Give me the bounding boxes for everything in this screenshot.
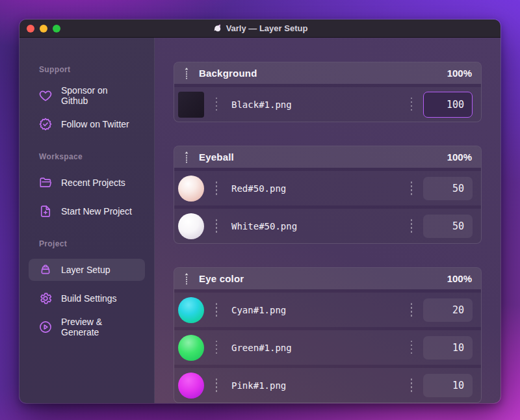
dashed-separator-icon [216,181,217,196]
window-body: SupportSponsor on GithubFollow on Twitte… [20,38,500,403]
layer-file-name: Black#1.png [231,99,292,110]
sidebar-item-label: Build Settings [61,293,117,304]
dashed-separator-icon [411,341,412,355]
close-button[interactable] [27,25,34,33]
dashed-separator-icon [216,303,217,317]
sidebar-item-label: Sponsor on Github [61,85,135,106]
layer-file-name: Cyan#1.png [231,305,286,315]
play-circle-icon [38,320,53,334]
layer-group: Eye color100%Cyan#1.pngGreen#1.pngPink#1… [174,267,482,403]
sidebar-item-label: Layer Setup [61,265,110,275]
titlebar[interactable]: Varly — Layer Setup [20,20,500,38]
sidebar-item-build-settings[interactable]: Build Settings [29,287,145,309]
sidebar-item-label: Recent Projects [61,177,125,188]
pink-ball-thumb [178,373,204,399]
dashed-separator-icon [216,219,217,233]
white-pearl-thumb [178,213,204,239]
sidebar-section-label: Project [39,239,154,248]
sidebar-item-layer-setup[interactable]: Layer Setup [29,259,145,281]
sidebar-section: ProjectLayer SetupBuild SettingsPreview … [20,239,154,338]
toolbox-icon [38,263,53,277]
layer-group: Eyeball100%Red#50.pngWhite#50.png [174,146,482,244]
layer-weight-input[interactable] [423,336,473,360]
sidebar-section: WorkspaceRecent ProjectsStart New Projec… [20,152,154,222]
layer-row: White#50.png [174,209,481,243]
unicorn-icon [213,23,222,33]
sidebar-item-recent-projects[interactable]: Recent Projects [29,172,145,194]
window-title-text: Varly — Layer Setup [226,23,308,33]
dashed-separator-icon [216,341,217,355]
window-title: Varly — Layer Setup [20,20,500,37]
layer-group-header: Background100% [174,62,481,84]
layer-weight-input[interactable] [423,374,473,397]
drag-handle-icon[interactable] [183,150,190,164]
layer-group-name: Eyeball [199,151,234,163]
dashed-separator-icon [411,181,412,196]
sidebar-item-label: Start New Project [61,206,132,217]
sidebar-section: SupportSponsor on GithubFollow on Twitte… [20,65,154,135]
layer-list: Background100%Black#1.pngEyeball100%Red#… [155,38,500,403]
layer-weight-input[interactable] [423,298,473,322]
layer-file-name: Red#50.png [231,183,286,194]
layer-file-name: Green#1.png [231,343,292,353]
dashed-separator-icon [411,303,412,317]
app-window: Varly — Layer Setup SupportSponsor on Gi… [20,20,500,403]
layer-group-header: Eye color100% [174,268,481,289]
gear-icon [38,291,53,306]
layer-row: Cyan#1.png [174,293,481,327]
layer-group-header: Eyeball100% [174,146,481,168]
layer-group-name: Eye color [199,273,244,284]
dashed-separator-icon [216,98,217,112]
minimize-button[interactable] [40,25,47,33]
layer-weight-input[interactable] [423,177,473,200]
layer-group-weight: 100% [447,273,472,284]
layer-group-weight: 100% [447,151,472,163]
layer-group-weight: 100% [447,68,472,79]
layer-file-name: White#50.png [231,221,297,231]
sidebar-item-preview-generate[interactable]: Preview & Generate [29,316,145,338]
badge-check-icon [38,117,53,131]
layer-row: Green#1.png [174,330,481,365]
dashed-separator-icon [411,378,412,393]
layer-row: Pink#1.png [174,368,481,402]
black-square-thumb [178,92,204,118]
layer-group: Background100%Black#1.png [174,62,482,122]
drag-handle-icon[interactable] [183,66,190,81]
layer-row: Black#1.png [174,87,481,122]
sidebar: SupportSponsor on GithubFollow on Twitte… [20,38,155,403]
green-ball-thumb [178,335,204,361]
heart-icon [38,88,53,103]
drag-handle-icon[interactable] [183,272,190,286]
zoom-button[interactable] [53,25,60,33]
traffic-lights [20,25,60,33]
cyan-ball-thumb [178,297,204,323]
dashed-separator-icon [411,98,412,112]
sidebar-item-label: Preview & Generate [61,317,135,337]
folder-open-icon [38,176,53,190]
layer-group-name: Background [199,68,257,79]
dashed-separator-icon [216,378,217,393]
file-plus-icon [38,204,53,218]
sidebar-item-follow-on-twitter[interactable]: Follow on Twitter [29,113,145,135]
dashed-separator-icon [411,219,412,233]
layer-weight-input[interactable] [423,92,473,118]
sidebar-item-start-new-project[interactable]: Start New Project [29,200,145,222]
sidebar-section-label: Workspace [39,152,154,161]
sidebar-item-label: Follow on Twitter [61,119,129,129]
layer-file-name: Pink#1.png [231,380,286,391]
sidebar-section-label: Support [39,65,154,74]
layer-weight-input[interactable] [423,215,473,238]
layer-row: Red#50.png [174,171,481,205]
sidebar-item-sponsor-on-github[interactable]: Sponsor on Github [29,85,145,107]
red-pearl-thumb [178,176,204,202]
